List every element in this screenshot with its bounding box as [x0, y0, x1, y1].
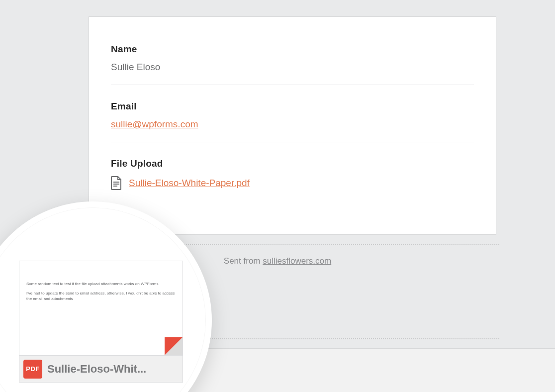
divider [111, 142, 474, 142]
preview-text-line: Some random text to test if the file upl… [26, 281, 176, 287]
sent-from-prefix: Sent from [224, 256, 263, 266]
name-label: Name [111, 44, 474, 55]
file-upload-link[interactable]: Sullie-Eloso-White-Paper.pdf [129, 178, 250, 189]
file-upload-row: Sullie-Eloso-White-Paper.pdf [111, 176, 474, 190]
attachment-preview: Some random text to test if the file upl… [19, 261, 183, 357]
attachment-name-bar: PDF Sullie-Eloso-Whit... [19, 355, 183, 382]
pdf-badge-icon: PDF [23, 360, 42, 379]
email-link[interactable]: sullie@wpforms.com [111, 119, 198, 130]
page-fold-icon [165, 337, 183, 355]
divider [111, 85, 474, 85]
name-value: Sullie Eloso [111, 62, 474, 73]
file-upload-label: File Upload [111, 158, 474, 169]
email-label: Email [111, 101, 474, 112]
attachment-tile[interactable]: Some random text to test if the file upl… [19, 261, 183, 383]
attachment-filename: Sullie-Eloso-Whit... [47, 363, 183, 376]
preview-text-line: I've had to update the send to email add… [26, 291, 176, 301]
file-icon [111, 176, 122, 190]
sent-from-link[interactable]: sulliesflowers.com [263, 256, 331, 266]
form-entry-card: Name Sullie Eloso Email sullie@wpforms.c… [89, 16, 496, 235]
